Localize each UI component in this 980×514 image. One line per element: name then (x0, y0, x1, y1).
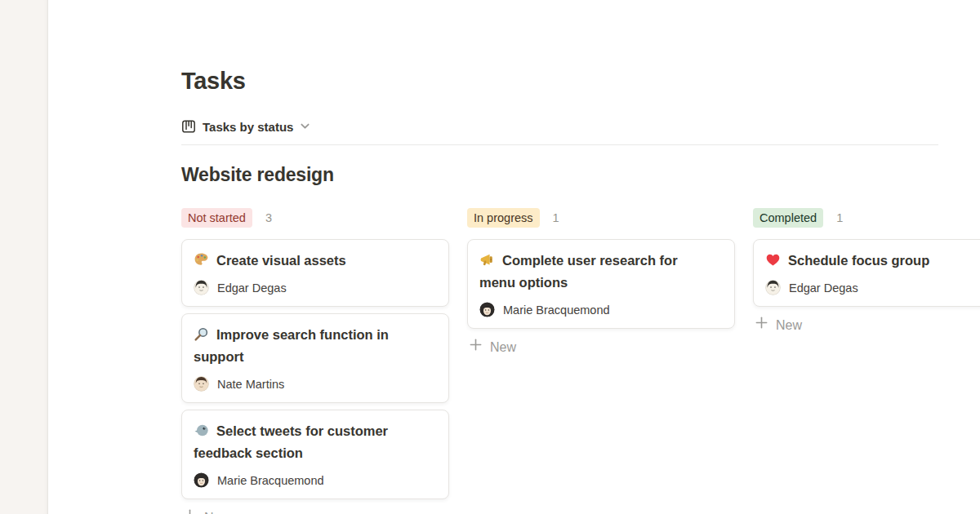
task-card-improve-search[interactable]: Improve search function in support Nate … (181, 313, 449, 403)
palette-icon (194, 252, 209, 268)
card-title: Improve search function in support (194, 327, 389, 364)
assignee-name: Marie Bracquemond (503, 304, 610, 317)
column-in-progress: In progress 1 Complete user research for… (467, 208, 735, 359)
card-title-row: Complete user research for menu options (479, 250, 698, 294)
card-title: Create visual assets (216, 253, 346, 268)
task-card-user-research[interactable]: Complete user research for menu options … (467, 239, 735, 329)
new-card-label: New (204, 509, 230, 514)
card-title-row: Improve search function in support (194, 324, 412, 368)
avatar-marie-bracquemond (194, 472, 209, 488)
megaphone-icon (479, 252, 495, 268)
column-header-not-started[interactable]: Not started 3 (181, 208, 449, 228)
new-card-button[interactable]: New (181, 506, 232, 514)
avatar-edgar-degas (765, 280, 781, 295)
card-title-row: Create visual assets (194, 250, 412, 272)
card-count: 3 (265, 211, 272, 224)
card-title: Complete user research for menu options (479, 253, 678, 290)
app-sidebar (0, 0, 48, 514)
chevron-down-icon (300, 120, 310, 134)
status-badge-completed[interactable]: Completed (753, 208, 823, 228)
card-count: 1 (553, 211, 559, 224)
view-tab-label: Tasks by status (203, 120, 293, 134)
card-title: Schedule focus group (788, 253, 929, 268)
new-card-button[interactable]: New (753, 313, 804, 337)
plus-icon (755, 316, 768, 335)
avatar-marie-bracquemond (479, 302, 495, 317)
new-card-button[interactable]: New (467, 335, 518, 359)
board-view-icon (181, 119, 196, 134)
assignee-name: Nate Martins (217, 378, 284, 391)
card-title: Select tweets for customer feedback sect… (194, 423, 388, 460)
card-title-row: Schedule focus group (765, 250, 980, 272)
assignee-row: Marie Bracquemond (194, 472, 437, 488)
page-title: Tasks (181, 67, 980, 95)
column-header-in-progress[interactable]: In progress 1 (467, 208, 735, 228)
magnifier-icon (194, 326, 209, 342)
task-card-create-visual-assets[interactable]: Create visual assets Edgar Degas (181, 239, 449, 307)
avatar-nate-martins (194, 376, 209, 392)
heart-icon (765, 252, 781, 268)
assignee-row: Edgar Degas (765, 280, 980, 295)
column-header-completed[interactable]: Completed 1 (753, 208, 980, 228)
plus-icon (183, 508, 197, 514)
card-title-row: Select tweets for customer feedback sect… (194, 420, 412, 464)
avatar-edgar-degas (194, 280, 209, 295)
task-card-schedule-focus-group[interactable]: Schedule focus group Edgar Degas (753, 239, 980, 307)
assignee-row: Marie Bracquemond (479, 302, 723, 317)
new-card-label: New (776, 317, 802, 335)
view-tab-tasks-by-status[interactable]: Tasks by status (181, 119, 310, 144)
kanban-board: Not started 3 Create visual assets Edgar… (181, 208, 980, 514)
column-not-started: Not started 3 Create visual assets Edgar… (181, 208, 449, 514)
page-main: Tasks Tasks by status Website redesign (49, 0, 980, 514)
column-completed: Completed 1 Schedule focus group Edgar D… (753, 208, 980, 337)
assignee-name: Edgar Degas (789, 281, 858, 295)
status-badge-not-started[interactable]: Not started (181, 208, 252, 228)
assignee-row: Nate Martins (194, 376, 437, 392)
status-badge-in-progress[interactable]: In progress (467, 208, 540, 228)
plus-icon (469, 338, 483, 357)
new-card-label: New (490, 339, 516, 357)
board-title: Website redesign (181, 162, 980, 187)
assignee-name: Edgar Degas (217, 281, 287, 295)
card-count: 1 (836, 211, 843, 224)
divider (181, 144, 938, 145)
bird-icon (194, 423, 209, 438)
task-card-select-tweets[interactable]: Select tweets for customer feedback sect… (181, 410, 449, 499)
assignee-name: Marie Bracquemond (217, 474, 324, 487)
assignee-row: Edgar Degas (194, 280, 437, 295)
